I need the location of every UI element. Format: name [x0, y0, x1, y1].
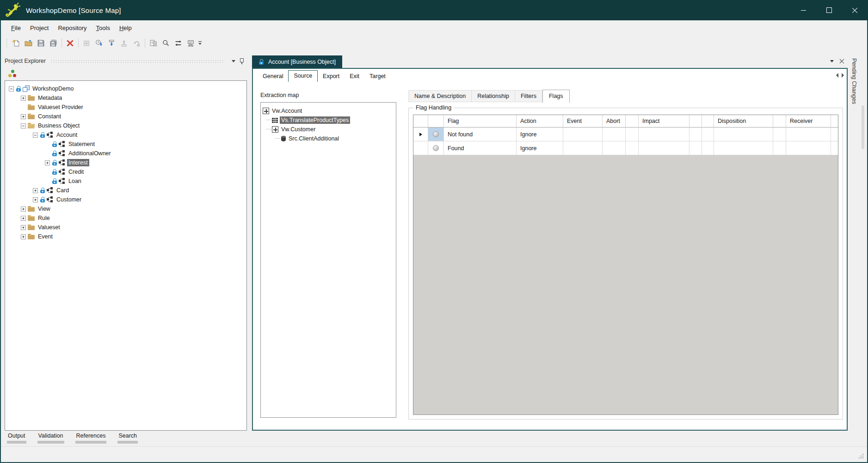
scroll-right-icon[interactable] [842, 73, 844, 78]
toolbar-options-icon[interactable] [197, 37, 203, 49]
tree-item[interactable]: Rule [5, 213, 246, 223]
expander-icon[interactable] [21, 207, 26, 212]
grid-cell[interactable] [689, 128, 702, 141]
action-cell[interactable]: Ignore [517, 128, 563, 141]
expander-icon[interactable] [21, 234, 26, 239]
expander-icon[interactable] [45, 160, 50, 165]
tree-item[interactable]: Customer [5, 195, 246, 204]
flag-cell[interactable]: Found [444, 141, 517, 155]
tab-references[interactable]: References [75, 433, 107, 444]
grid-cell[interactable] [702, 141, 714, 155]
flag-cell[interactable]: Not found [444, 128, 517, 141]
expander-icon[interactable] [33, 133, 38, 138]
tree-item[interactable]: Business Object [5, 121, 246, 130]
document-tab[interactable]: Account [Business Object] [252, 55, 342, 68]
expander-icon[interactable] [33, 188, 38, 193]
menu-item[interactable]: Help [115, 23, 136, 33]
grid-cell[interactable] [702, 128, 714, 141]
tree-item[interactable]: Valueset Provider [5, 103, 246, 112]
tree-item[interactable]: Loan [5, 177, 246, 186]
checkout-clock-icon[interactable] [93, 37, 105, 49]
grid-cell[interactable] [831, 128, 838, 141]
expander-icon[interactable] [21, 216, 26, 221]
tab-exit[interactable]: Exit [345, 71, 364, 82]
toolbar-grip[interactable] [6, 38, 8, 48]
tree-item[interactable]: Metadata [5, 93, 246, 103]
tab-target[interactable]: Target [364, 71, 391, 82]
tree-item[interactable]: View [5, 204, 246, 213]
expander-icon[interactable] [9, 86, 14, 91]
extraction-tree-item[interactable]: Src.ClientAdditional [261, 134, 396, 143]
tab-validation[interactable]: Validation [37, 433, 64, 444]
grid-cell[interactable] [626, 141, 639, 155]
menu-item[interactable]: Tools [92, 23, 115, 33]
grid-cell[interactable] [773, 128, 786, 141]
row-selector-cell[interactable] [413, 128, 428, 141]
expander-icon[interactable] [33, 197, 38, 202]
tree-item[interactable]: Credit [5, 167, 246, 177]
tab-general[interactable]: General [258, 71, 288, 82]
delete-icon[interactable] [64, 37, 76, 49]
status-dots-icon[interactable] [8, 70, 17, 78]
disposition-cell[interactable] [714, 128, 773, 141]
grid-row[interactable]: Found Ignore [413, 141, 838, 155]
subtab-filters[interactable]: Filters [515, 90, 542, 102]
flag-icon-cell[interactable] [428, 128, 444, 141]
subtab-name-description[interactable]: Name & Description [408, 90, 472, 102]
project-explorer-header[interactable]: Project Explorer [5, 55, 247, 67]
expander-icon[interactable] [21, 96, 26, 101]
tab-output[interactable]: Output [7, 433, 26, 444]
undo-checkout-icon[interactable] [130, 37, 143, 49]
subtab-flags[interactable]: Flags [542, 90, 570, 103]
minimize-button[interactable] [790, 0, 816, 20]
subtab-relationship[interactable]: Relationship [472, 90, 515, 102]
close-button[interactable] [842, 0, 868, 20]
new-document-icon[interactable] [10, 37, 22, 49]
grid-row[interactable]: Not found Ignore [413, 128, 838, 141]
impact-cell[interactable] [639, 141, 689, 155]
workflow-icon[interactable] [185, 37, 197, 49]
tree-item[interactable]: Interest [5, 158, 246, 167]
tab-search[interactable]: Search [117, 433, 138, 444]
menu-item[interactable]: Project [25, 23, 53, 33]
menu-item[interactable]: File [6, 23, 25, 33]
impact-cell[interactable] [639, 128, 689, 141]
expander-icon[interactable] [21, 114, 26, 119]
properties-window-icon[interactable] [147, 37, 160, 49]
abort-cell[interactable] [603, 128, 626, 141]
grid-cell[interactable] [626, 128, 639, 141]
dropdown-arrow-icon[interactable] [232, 60, 235, 62]
get-latest-icon[interactable] [105, 37, 118, 49]
tree-item[interactable]: Card [5, 186, 246, 195]
tab-source[interactable]: Source [288, 70, 318, 82]
scroll-left-icon[interactable] [836, 73, 838, 78]
grid-cell[interactable] [689, 141, 702, 155]
maximize-button[interactable] [816, 0, 842, 20]
action-cell[interactable]: Ignore [517, 141, 563, 155]
compare-arrows-icon[interactable] [172, 37, 185, 49]
expander-icon[interactable] [21, 123, 26, 128]
receiver-cell[interactable] [786, 141, 831, 155]
search-icon[interactable] [160, 37, 172, 49]
close-icon[interactable] [839, 59, 844, 63]
open-icon[interactable] [22, 37, 35, 49]
extraction-tree-item[interactable]: Vs.TranslateProductTypes [261, 116, 396, 125]
event-cell[interactable] [563, 141, 603, 155]
row-selector-cell[interactable] [413, 141, 428, 155]
extraction-tree-item[interactable]: Vw.Customer [261, 125, 396, 134]
tree-item[interactable]: AdditionalOwner [5, 149, 246, 158]
tab-export[interactable]: Export [318, 71, 345, 82]
event-cell[interactable] [563, 128, 603, 141]
tree-item[interactable]: Constant [5, 112, 246, 121]
tree-item[interactable]: Valueset [5, 223, 246, 232]
abort-cell[interactable] [603, 141, 626, 155]
grid-cell[interactable] [831, 141, 838, 155]
expander-icon[interactable] [21, 225, 26, 230]
save-all-icon[interactable] [47, 37, 60, 49]
extraction-tree-item[interactable]: Vw.Account [261, 106, 396, 116]
tree-item[interactable]: WorkshopDemo [5, 84, 246, 93]
add-icon-disabled[interactable] [80, 37, 93, 49]
grid-cell[interactable] [773, 141, 786, 155]
dropdown-arrow-icon[interactable] [830, 60, 834, 62]
checkin-icon[interactable] [118, 37, 130, 49]
